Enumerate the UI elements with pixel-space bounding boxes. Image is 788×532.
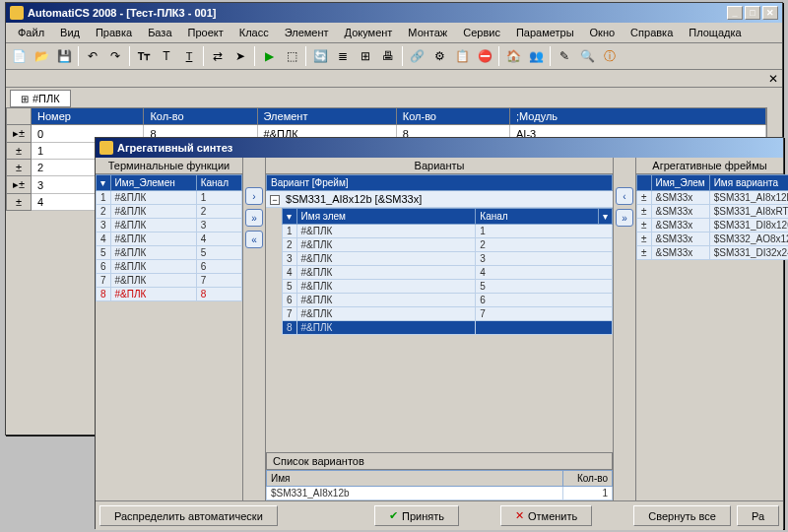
transfer-icon[interactable]: ⇄ <box>207 45 229 67</box>
accept-button[interactable]: ✔Принять <box>374 505 459 526</box>
arrow-col-right: ‹ » <box>614 158 635 500</box>
table-row[interactable]: ±&SM33x$SM331_DI32x24VD <box>637 246 789 260</box>
col-header[interactable]: Кол-во <box>396 108 509 125</box>
cancel-button[interactable]: ✕Отменить <box>500 505 592 526</box>
table-row[interactable]: 6#&ПЛК6 <box>283 294 613 307</box>
save-icon[interactable]: 💾 <box>53 45 75 67</box>
variant-header-grid: Вариант [Фрейм] <box>266 174 613 191</box>
refresh-icon[interactable]: 🔄 <box>309 45 331 67</box>
close-button[interactable]: ✕ <box>762 6 778 20</box>
grid-icon[interactable]: ⊞ <box>355 45 376 67</box>
app-icon <box>10 6 24 20</box>
arrow-col-left: › » « <box>243 158 265 500</box>
play-icon[interactable]: ▶ <box>258 45 280 67</box>
menuitem[interactable]: Параметры <box>508 25 582 40</box>
track-icon[interactable]: ⬚ <box>281 45 302 67</box>
menuitem[interactable]: Класс <box>231 25 277 40</box>
move-all-right-button[interactable]: » <box>616 209 633 227</box>
tree-node[interactable]: − $SM331_AI8x12b [&SM33x] <box>266 191 613 208</box>
variant-grid[interactable]: ▾Имя элемКанал▾ 1#&ПЛК1 2#&ПЛК2 3#&ПЛК3 … <box>282 208 613 335</box>
main-titlebar: AutomatiCS 2008 - [Тест-ПЛК3 - 001] _ □ … <box>6 3 782 23</box>
text-icon[interactable]: Tᴛ <box>133 45 155 67</box>
collapse-all-button[interactable]: Свернуть все <box>633 505 731 526</box>
pane-close-icon[interactable]: ✕ <box>766 72 780 86</box>
gear-icon[interactable]: ⚙ <box>428 45 450 67</box>
table-row[interactable]: $SM331_AI8x12b1 <box>267 487 613 500</box>
copy-icon[interactable]: 📋 <box>451 45 473 67</box>
users-icon[interactable]: 👥 <box>525 45 547 67</box>
help-icon[interactable]: ⓘ <box>599 45 621 67</box>
menuitem[interactable]: Монтаж <box>400 25 455 40</box>
t-icon[interactable]: T <box>156 45 177 67</box>
stop-icon[interactable]: ⛔ <box>474 45 495 67</box>
menuitem[interactable]: Элемент <box>277 25 337 40</box>
table-row[interactable]: 3#&ПЛК3 <box>97 219 242 233</box>
open-icon[interactable]: 📂 <box>31 45 52 67</box>
table-row[interactable]: 5#&ПЛК5 <box>283 280 613 294</box>
table-row[interactable]: 5#&ПЛК5 <box>97 246 242 260</box>
menuitem[interactable]: Правка <box>88 25 140 40</box>
underline-icon[interactable]: T <box>178 45 200 67</box>
home-icon[interactable]: 🏠 <box>502 45 524 67</box>
misc-icon[interactable]: 🔍 <box>576 45 598 67</box>
table-row[interactable]: 1#&ПЛК1 <box>97 191 242 205</box>
check-icon: ✔ <box>389 509 398 522</box>
list-icon[interactable]: ≣ <box>332 45 354 67</box>
undo-icon[interactable]: ↶ <box>82 45 103 67</box>
redo-icon[interactable]: ↷ <box>104 45 126 67</box>
table-row[interactable]: 8#&ПЛК8 <box>97 288 242 301</box>
collapse-icon[interactable]: − <box>270 195 280 205</box>
move-right-button[interactable]: › <box>245 187 263 205</box>
toolbar-secondary: ✕ <box>6 70 782 88</box>
tab[interactable]: ⊞ #ПЛК <box>10 90 71 107</box>
col-header[interactable]: Элемент <box>257 108 396 125</box>
table-row[interactable]: 4#&ПЛК4 <box>97 233 242 246</box>
menuitem[interactable]: Справка <box>623 25 681 40</box>
dialog-icon <box>99 141 113 155</box>
dialog-buttons: Распределить автоматически ✔Принять ✕Отм… <box>96 500 783 530</box>
menuitem[interactable]: Документ <box>337 25 401 40</box>
main-title: AutomatiCS 2008 - [Тест-ПЛК3 - 001] <box>28 7 216 19</box>
variant-list-grid[interactable]: ИмяКол-во $SM331_AI8x12b1 <box>266 470 613 500</box>
menuitem[interactable]: Сервис <box>455 25 508 40</box>
table-row[interactable]: 7#&ПЛК7 <box>97 274 242 288</box>
dialog-window: Агрегативный синтез Терминальные функции… <box>95 137 784 529</box>
tab-close-icon[interactable]: ⊞ <box>21 94 29 104</box>
table-row[interactable]: 8#&ПЛК <box>283 321 613 335</box>
menuitem[interactable]: База <box>140 25 179 40</box>
expand-all-button[interactable]: Ра <box>737 505 779 526</box>
menuitem[interactable]: Проект <box>180 25 231 40</box>
move-left-button[interactable]: ‹ <box>616 187 633 205</box>
table-row[interactable]: 7#&ПЛК7 <box>283 307 613 321</box>
table-row[interactable]: ±&SM33x$SM331_AI8xRTD <box>637 205 789 219</box>
panel-title-right: Агрегативные фреймы <box>636 158 783 174</box>
minimize-button[interactable]: _ <box>727 6 743 20</box>
print-icon[interactable]: 🖶 <box>377 45 399 67</box>
new-icon[interactable]: 📄 <box>8 45 30 67</box>
menuitem[interactable]: Площадка <box>681 25 749 40</box>
table-row[interactable]: 4#&ПЛК4 <box>283 266 613 280</box>
table-row[interactable]: 2#&ПЛК2 <box>283 238 613 252</box>
link-icon[interactable]: 🔗 <box>406 45 427 67</box>
maximize-button[interactable]: □ <box>745 6 760 20</box>
table-row[interactable]: ±&SM33x$SM332_AO8x12b <box>637 233 789 246</box>
menuitem[interactable]: Файл <box>10 25 52 40</box>
table-row[interactable]: 3#&ПЛК3 <box>283 252 613 266</box>
frames-grid[interactable]: Имя_ЭлемИмя варианта ±&SM33x$SM331_AI8x1… <box>636 174 788 260</box>
col-header[interactable]: Номер <box>32 108 144 125</box>
table-row[interactable]: ±&SM33x$SM331_AI8x12b <box>637 191 789 205</box>
col-header[interactable]: ;Модуль <box>510 108 766 125</box>
move-all-left-button[interactable]: « <box>245 231 263 248</box>
arrow-icon[interactable]: ➤ <box>230 45 251 67</box>
menuitem[interactable]: Вид <box>52 25 88 40</box>
table-row[interactable]: 1#&ПЛК1 <box>283 225 613 238</box>
auto-distribute-button[interactable]: Распределить автоматически <box>99 505 278 526</box>
terminal-grid[interactable]: ▾Имя_ЭлеменКанал 1#&ПЛК1 2#&ПЛК2 3#&ПЛК3… <box>96 174 242 301</box>
move-all-right-button[interactable]: » <box>245 209 263 227</box>
misc-icon[interactable]: ✎ <box>554 45 575 67</box>
menuitem[interactable]: Окно <box>582 25 624 40</box>
table-row[interactable]: ±&SM33x$SM331_DI8x120/2 <box>637 219 789 233</box>
col-header[interactable]: Кол-во <box>144 108 257 125</box>
table-row[interactable]: 2#&ПЛК2 <box>97 205 242 219</box>
table-row[interactable]: 6#&ПЛК6 <box>97 260 242 274</box>
